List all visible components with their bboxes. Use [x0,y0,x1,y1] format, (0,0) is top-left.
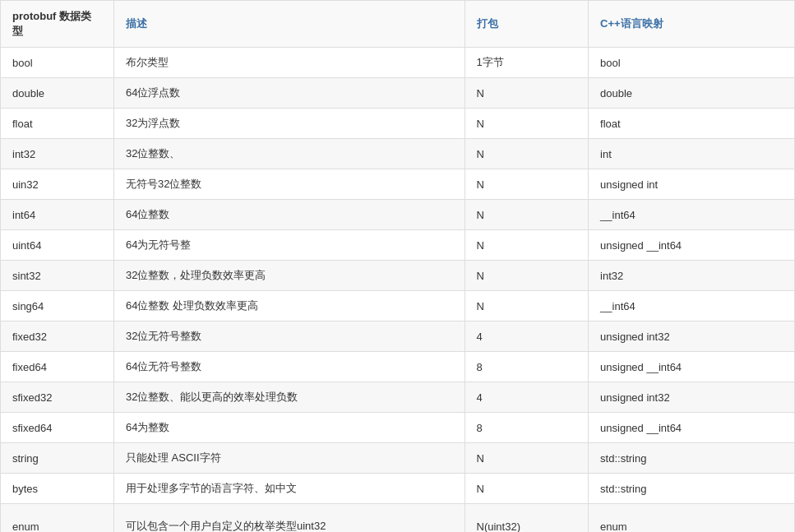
cell-desc: 32位整数、能以更高的效率处理负数 [114,382,465,413]
cell-type: int64 [1,200,114,230]
table-row: string只能处理 ASCII字符Nstd::string [1,443,795,474]
cell-pack: 1字节 [465,48,589,78]
cell-pack: 8 [465,413,589,443]
cell-desc: 64位浮点数 [114,78,465,109]
cell-cpp: int [589,139,795,169]
cell-type: fixed32 [1,322,114,352]
cell-desc: 32位整数，处理负数效率更高 [114,261,465,291]
cell-cpp: unsigned int32 [589,382,795,413]
cell-cpp: enum [589,504,795,533]
cell-type: sfixed32 [1,382,114,413]
cell-desc: 用于处理多字节的语言字符、如中文 [114,474,465,504]
table-row: enum可以包含一个用户自定义的枚举类型uint32N(uint32)enum [1,504,795,533]
cell-cpp: unsigned __int64 [589,352,795,382]
cell-cpp: unsigned __int64 [589,230,795,261]
cell-pack: N [465,474,589,504]
table-row: sfixed3232位整数、能以更高的效率处理负数4unsigned int32 [1,382,795,413]
cell-pack: N(uint32) [465,504,589,533]
cell-type: int32 [1,139,114,169]
cell-cpp: std::string [589,474,795,504]
table-row: uin32无符号32位整数Nunsigned int [1,169,795,200]
cell-pack: N [465,109,589,139]
cell-type: string [1,443,114,474]
table-row: bytes用于处理多字节的语言字符、如中文Nstd::string [1,474,795,504]
cell-pack: 4 [465,382,589,413]
cell-pack: N [465,169,589,200]
cell-pack: N [465,261,589,291]
cell-cpp: bool [589,48,795,78]
cell-desc: 只能处理 ASCII字符 [114,443,465,474]
cell-pack: 4 [465,322,589,352]
cell-type: fixed64 [1,352,114,382]
cell-desc: 32位整数、 [114,139,465,169]
table-row: fixed6464位无符号整数8unsigned __int64 [1,352,795,382]
cell-cpp: __int64 [589,291,795,322]
cell-type: sfixed64 [1,413,114,443]
cell-cpp: unsigned int [589,169,795,200]
cell-cpp: __int64 [589,200,795,230]
cell-pack: N [465,230,589,261]
cell-pack: N [465,291,589,322]
cell-type: bytes [1,474,114,504]
header-cpp: C++语言映射 [589,1,795,48]
cell-pack: N [465,443,589,474]
cell-pack: N [465,200,589,230]
cell-type: double [1,78,114,109]
table-row: sfixed6464为整数8unsigned __int64 [1,413,795,443]
cell-type: bool [1,48,114,78]
cell-type: float [1,109,114,139]
cell-desc: 32位无符号整数 [114,322,465,352]
table-header-row: protobuf 数据类型 描述 打包 C++语言映射 [1,1,795,48]
cell-pack: N [465,139,589,169]
cell-cpp: unsigned __int64 [589,413,795,443]
cell-pack: N [465,78,589,109]
table-row: float32为浮点数Nfloat [1,109,795,139]
cell-desc: 64位整数 处理负数效率更高 [114,291,465,322]
cell-desc: 64位无符号整数 [114,352,465,382]
cell-desc: 64为整数 [114,413,465,443]
cell-cpp: std::string [589,443,795,474]
header-desc: 描述 [114,1,465,48]
cell-pack: 8 [465,352,589,382]
table-row: int3232位整数、Nint [1,139,795,169]
cell-desc: 64为无符号整 [114,230,465,261]
table-row: int6464位整数N__int64 [1,200,795,230]
cell-desc: 64位整数 [114,200,465,230]
cell-type: uint64 [1,230,114,261]
protobuf-types-table: protobuf 数据类型 描述 打包 C++语言映射 bool布尔类型1字节b… [0,0,795,532]
cell-desc: 32为浮点数 [114,109,465,139]
cell-type: enum [1,504,114,533]
cell-desc: 可以包含一个用户自定义的枚举类型uint32 [114,504,465,533]
cell-type: sing64 [1,291,114,322]
cell-type: uin32 [1,169,114,200]
cell-type: sint32 [1,261,114,291]
table-row: sint3232位整数，处理负数效率更高Nint32 [1,261,795,291]
cell-cpp: float [589,109,795,139]
table-row: double64位浮点数Ndouble [1,78,795,109]
table-row: fixed3232位无符号整数4unsigned int32 [1,322,795,352]
table-row: sing6464位整数 处理负数效率更高N__int64 [1,291,795,322]
table-row: uint6464为无符号整Nunsigned __int64 [1,230,795,261]
cell-desc: 无符号32位整数 [114,169,465,200]
cell-cpp: int32 [589,261,795,291]
table-row: bool布尔类型1字节bool [1,48,795,78]
cell-cpp: unsigned int32 [589,322,795,352]
header-pack: 打包 [465,1,589,48]
header-type: protobuf 数据类型 [1,1,114,48]
cell-cpp: double [589,78,795,109]
cell-desc: 布尔类型 [114,48,465,78]
